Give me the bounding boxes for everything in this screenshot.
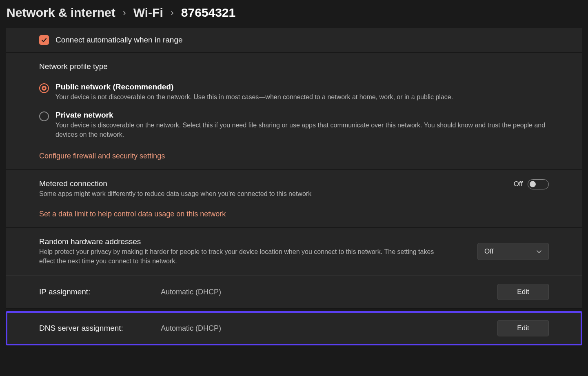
random-mac-value: Off: [484, 247, 493, 256]
radio-private-title: Private network: [55, 111, 549, 120]
dns-assignment-edit-button[interactable]: Edit: [497, 320, 549, 336]
ip-assignment-label: IP assignment:: [39, 287, 161, 296]
breadcrumb: Network & internet › Wi-Fi › 87654321: [0, 0, 588, 28]
radio-private-network[interactable]: Private network Your device is discovera…: [39, 111, 549, 139]
metered-toggle[interactable]: [528, 179, 549, 189]
radio-selected-icon[interactable]: [39, 83, 49, 93]
panel-network-profile: Network profile type Public network (Rec…: [6, 53, 582, 170]
connect-automatically-row[interactable]: Connect automatically when in range: [39, 35, 549, 45]
connect-automatically-label: Connect automatically when in range: [55, 36, 183, 44]
panel-dns-assignment-highlighted: DNS server assignment: Automatic (DHCP) …: [6, 311, 582, 345]
chevron-right-icon: ›: [171, 7, 174, 18]
checkbox-checked-icon[interactable]: [39, 35, 49, 45]
chevron-down-icon: [536, 249, 542, 254]
metered-toggle-label: Off: [514, 180, 523, 188]
metered-desc: Some apps might work differently to redu…: [39, 189, 439, 198]
radio-private-desc: Your device is discoverable on the netwo…: [55, 120, 549, 139]
panel-connect-automatically: Connect automatically when in range: [6, 28, 582, 53]
ip-assignment-value: Automatic (DHCP): [161, 288, 221, 296]
network-profile-title: Network profile type: [39, 62, 549, 71]
radio-unselected-icon[interactable]: [39, 111, 49, 121]
metered-toggle-wrap: Off: [514, 179, 549, 189]
random-mac-title: Random hardware addresses: [39, 237, 439, 246]
panel-metered-connection: Metered connection Some apps might work …: [6, 170, 582, 228]
breadcrumb-item-network[interactable]: Network & internet: [7, 6, 115, 20]
panel-ip-assignment: IP assignment: Automatic (DHCP) Edit: [6, 275, 582, 309]
radio-public-desc: Your device is not discoverable on the n…: [55, 92, 549, 102]
dns-assignment-label: DNS server assignment:: [39, 324, 161, 333]
random-mac-dropdown[interactable]: Off: [477, 243, 549, 260]
radio-public-network[interactable]: Public network (Recommended) Your device…: [39, 82, 549, 102]
firewall-settings-link[interactable]: Configure firewall and security settings: [39, 152, 165, 160]
breadcrumb-item-ssid: 87654321: [181, 6, 235, 20]
chevron-right-icon: ›: [123, 7, 126, 18]
random-mac-desc: Help protect your privacy by making it h…: [39, 247, 439, 266]
toggle-thumb-icon: [530, 181, 536, 187]
data-limit-link[interactable]: Set a data limit to help control data us…: [39, 210, 226, 218]
panel-random-mac: Random hardware addresses Help protect y…: [6, 228, 582, 275]
dns-assignment-value: Automatic (DHCP): [161, 324, 221, 333]
ip-assignment-edit-button[interactable]: Edit: [497, 284, 549, 300]
metered-title: Metered connection: [39, 179, 439, 188]
radio-public-title: Public network (Recommended): [55, 82, 549, 91]
breadcrumb-item-wifi[interactable]: Wi-Fi: [133, 6, 163, 20]
